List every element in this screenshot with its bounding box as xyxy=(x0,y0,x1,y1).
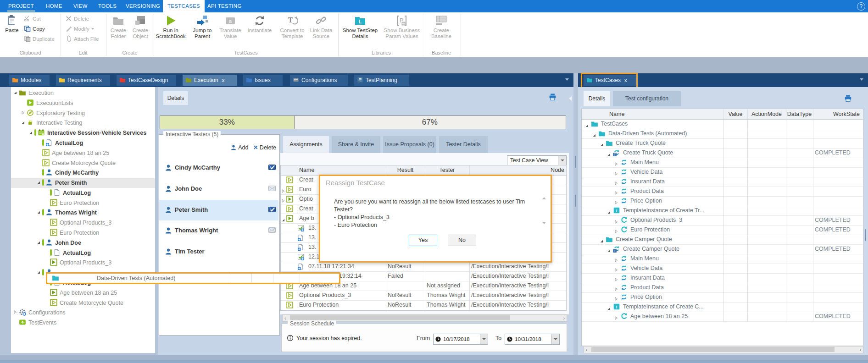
caret-collapsed-icon[interactable] xyxy=(614,314,618,319)
col-name[interactable]: Name xyxy=(299,165,368,175)
splitter-handle[interactable] xyxy=(575,195,576,207)
close-icon[interactable]: x xyxy=(222,77,225,83)
caret-expanded-icon[interactable] xyxy=(28,128,34,133)
caret-collapsed-icon[interactable] xyxy=(614,295,618,299)
caret-collapsed-icon[interactable] xyxy=(614,179,618,184)
caret-collapsed-icon[interactable] xyxy=(614,256,618,261)
testcase-row-templateinstance-of-create-tr[interactable]: ITemplateInstance of Create Tr... xyxy=(582,206,863,216)
tester-item-john-doe[interactable]: John Doe xyxy=(159,179,278,199)
link-data-source-button[interactable]: Link Data Source xyxy=(308,14,334,39)
tree-item-configurations[interactable]: Configurations xyxy=(11,308,155,318)
printer-icon[interactable] xyxy=(844,94,852,102)
caret-collapsed-icon[interactable] xyxy=(614,275,618,280)
ribbon-tab-testcases[interactable]: TESTCASES xyxy=(163,0,205,12)
scrollbar-thumb[interactable] xyxy=(290,315,510,320)
pane-collapse-arrow[interactable] xyxy=(569,96,572,101)
chevron-down-icon[interactable] xyxy=(558,156,566,165)
to-date-picker[interactable]: 10/31/2018 xyxy=(505,334,560,345)
copy-button[interactable]: Copy xyxy=(24,25,45,33)
from-date-picker[interactable]: 10/17/2018 xyxy=(433,334,488,345)
tree-item-testevents[interactable]: TestEvents xyxy=(11,318,155,328)
doc-tab-testcasedesign[interactable]: TestCaseDesign xyxy=(117,75,176,86)
caret-expanded-icon[interactable] xyxy=(36,238,42,243)
tab-assignments[interactable]: Assignments xyxy=(283,136,329,153)
ribbon-tab-api-testing[interactable]: API TESTING xyxy=(203,0,246,12)
tree-item-interactive-testing[interactable]: Interactive Testing xyxy=(11,118,155,128)
duplicate-button[interactable]: Duplicate xyxy=(24,35,55,43)
tree-item-actuallog[interactable]: ActualLog xyxy=(11,138,155,148)
caret-collapsed-icon[interactable] xyxy=(13,308,19,313)
testcase-row-create-truck-quote[interactable]: TCreate Truck QuoteCOMPLETED xyxy=(582,148,863,158)
testcase-row-data-driven-tests-automated[interactable]: Data-Driven Tests (Automated) xyxy=(582,129,863,139)
tab-tester-details[interactable]: Tester Details xyxy=(439,136,488,153)
create-folder-button[interactable]: Create Folder xyxy=(108,14,128,39)
mail-plain-icon[interactable] xyxy=(268,186,276,191)
convert-to-template-button[interactable]: T Convert to Template xyxy=(277,14,307,39)
help-icon[interactable]: ? xyxy=(857,2,865,11)
tab-details-right[interactable]: Details xyxy=(584,91,610,106)
testcase-row-product-data[interactable]: Product Data xyxy=(582,283,863,293)
col-name[interactable]: Name xyxy=(609,109,696,119)
translate-value-button[interactable]: a Translate Value xyxy=(217,14,243,39)
cut-button[interactable]: Cut xyxy=(24,15,41,23)
tree-item-executionlists[interactable]: ExecutionLists xyxy=(11,99,155,108)
tree-item-actuallog[interactable]: ActualLog xyxy=(11,248,155,258)
scroll-right-icon[interactable]: › xyxy=(860,348,861,352)
caret-expanded-icon[interactable] xyxy=(599,237,604,242)
mail-checked-icon[interactable] xyxy=(268,165,276,170)
show-business-param-values-button[interactable]: P Show Business Param Values xyxy=(382,14,422,39)
caret-expanded-icon[interactable] xyxy=(584,121,589,126)
tree-item-create-motorcycle-quote[interactable]: Create Motorcycle Quote xyxy=(11,159,155,168)
tab-issue-proposals[interactable]: Issue Proposals (0) xyxy=(383,136,436,153)
col-result[interactable]: Result xyxy=(386,165,425,175)
no-button[interactable]: No xyxy=(448,235,476,246)
ribbon-tab-versioning[interactable]: VERSIONING xyxy=(121,0,165,12)
modify-button[interactable]: Modify xyxy=(65,25,94,33)
paste-button[interactable]: Paste xyxy=(2,14,22,33)
testcase-row-templateinstance-of-create-c[interactable]: ITemplateInstance of Create C... xyxy=(582,302,863,312)
doc-tab-execution[interactable]: Executionx xyxy=(183,75,237,86)
caret-collapsed-icon[interactable] xyxy=(614,189,618,193)
tab-details-middle[interactable]: Details xyxy=(163,91,188,105)
testcase-row-create-truck-quote[interactable]: Create Truck Quote xyxy=(582,138,863,148)
chevron-down-icon[interactable] xyxy=(860,78,863,81)
tester-item-tim-tester[interactable]: Tim Tester xyxy=(159,242,278,262)
tree-item-thomas-wright[interactable]: Thomas Wright xyxy=(11,208,155,218)
caret-expanded-icon[interactable] xyxy=(281,216,285,220)
caret-expanded-icon[interactable] xyxy=(13,88,19,93)
caret-expanded-icon[interactable] xyxy=(592,131,596,136)
drag-row-data-driven-tests[interactable]: Data-Driven Tests (Automated) xyxy=(46,272,340,284)
tree-item-age-between-18-an-25[interactable]: Age between 18 an 25 xyxy=(11,288,155,298)
tree-item-euro-protection[interactable]: Euro Protection xyxy=(11,228,155,238)
attach-file-button[interactable]: Attach File xyxy=(65,35,99,43)
tree-item-cindy-mccarthy[interactable]: Cindy McCarthy xyxy=(11,168,155,178)
chevron-down-icon[interactable] xyxy=(565,78,569,81)
view-mode-select[interactable]: Test Case View xyxy=(507,155,567,165)
testcase-row-product-data[interactable]: Product Data xyxy=(582,187,863,197)
tree-item-euro-protection[interactable]: Euro Protection xyxy=(11,198,155,208)
delete-button[interactable]: Delete xyxy=(65,15,89,23)
doc-tab-requirements[interactable]: Requirements xyxy=(56,75,110,86)
testcase-row-price-option[interactable]: Price Option xyxy=(582,196,863,206)
yes-button[interactable]: Yes xyxy=(409,235,437,246)
tree-item-optional-products-3[interactable]: Optional Products_3 xyxy=(11,218,155,228)
jump-to-parent-button[interactable]: Jump to Parent xyxy=(189,14,216,39)
tree-item-interactive-session-vehicle-services[interactable]: Interactive Session-Vehicle Services xyxy=(11,128,155,138)
show-teststep-details-button[interactable]: L Show TestStep Details xyxy=(340,14,380,39)
scroll-right-icon[interactable]: › xyxy=(563,316,565,320)
splitter-handle[interactable] xyxy=(575,156,576,168)
doc-tab-issues[interactable]: Issues xyxy=(243,75,283,86)
col-value[interactable]: Value xyxy=(723,109,747,119)
caret-collapsed-icon[interactable] xyxy=(614,198,618,203)
testcase-row-age-between-18-an-25[interactable]: Age between 18 an 25COMPLETED xyxy=(582,312,863,322)
caret-expanded-icon[interactable] xyxy=(606,208,611,213)
chevron-down-icon[interactable] xyxy=(480,334,488,344)
testcase-row-create-camper-quote[interactable]: Create Camper Quote xyxy=(582,235,863,245)
scroll-left-icon[interactable]: ‹ xyxy=(284,316,286,320)
caret-expanded-icon[interactable] xyxy=(36,178,42,183)
col-tester[interactable]: Tester xyxy=(425,165,469,175)
instantiate-button[interactable]: Instantiate xyxy=(245,14,274,33)
testcase-row-testcases[interactable]: TestCases xyxy=(582,119,863,129)
caret-collapsed-icon[interactable] xyxy=(614,170,618,174)
testcase-row-vehicle-data[interactable]: Vehicle Data xyxy=(582,264,863,274)
